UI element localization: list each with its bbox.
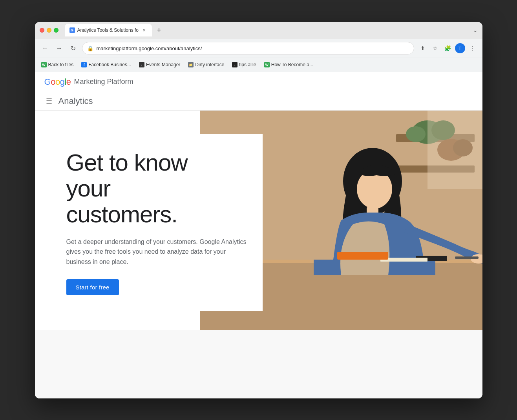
forward-icon: → — [56, 45, 62, 52]
bookmarks-bar: W Back to files f Facebook Busines... ▪ … — [35, 58, 482, 72]
svg-rect-16 — [455, 256, 479, 259]
title-bar: G Analytics Tools & Solutions fo × + ⌄ — [35, 22, 482, 39]
bookmark-favicon-events: ▪ — [139, 62, 144, 67]
reload-icon: ↻ — [71, 45, 76, 52]
bookmark-label-tips: tips allie — [239, 62, 256, 67]
more-icon: ⋮ — [470, 45, 475, 51]
bookmark-label-back-to-files: Back to files — [48, 62, 74, 67]
close-button[interactable] — [40, 28, 44, 33]
forward-button[interactable]: → — [54, 43, 65, 54]
logo-e: e — [66, 77, 71, 87]
share-icon: ⬆ — [420, 45, 425, 51]
tab-close-button[interactable]: × — [141, 27, 147, 33]
svg-rect-18 — [337, 252, 388, 260]
logo-g: G — [44, 77, 51, 87]
new-tab-button[interactable]: + — [153, 25, 164, 36]
bookmark-favicon-dirty: 📁 — [188, 62, 194, 67]
star-icon: ☆ — [433, 45, 438, 51]
hero-headline-line1: Get to know — [66, 149, 188, 176]
extensions-button[interactable]: 🧩 — [442, 43, 453, 54]
bookmark-favicon-facebook: f — [81, 62, 87, 67]
bookmark-favicon-back-to-files: W — [41, 62, 47, 67]
minimize-button[interactable] — [47, 28, 51, 33]
maximize-button[interactable] — [54, 28, 58, 33]
expand-button[interactable]: ⌄ — [473, 27, 478, 33]
analytics-nav: ☰ Analytics — [35, 92, 482, 111]
bookmark-button[interactable]: ☆ — [430, 43, 441, 54]
lock-icon: 🔒 — [87, 45, 93, 51]
tab-favicon: G — [69, 27, 75, 33]
bookmark-favicon-tips: ▪ — [232, 62, 237, 67]
hero-headline-line3: customers. — [66, 201, 177, 227]
hero-headline: Get to know your customers. — [66, 150, 247, 227]
browser-window: G Analytics Tools & Solutions fo × + ⌄ ←… — [35, 22, 482, 398]
svg-rect-10 — [427, 111, 482, 189]
address-bar: ← → ↻ 🔒 marketingplatform.google.com/abo… — [35, 39, 482, 58]
page-content: Google Marketing Platform ☰ Analytics — [35, 72, 482, 398]
user-avatar[interactable]: T — [455, 43, 465, 53]
svg-point-7 — [406, 126, 426, 142]
hero-description: Get a deeper understanding of your custo… — [66, 237, 247, 267]
bookmark-label-facebook: Facebook Busines... — [88, 62, 131, 67]
bookmark-dirty-interface[interactable]: 📁 Dirty interface — [185, 60, 227, 69]
bookmark-tips-allie[interactable]: ▪ tips allie — [229, 60, 259, 69]
hamburger-menu-button[interactable]: ☰ — [44, 95, 54, 107]
bookmark-back-to-files[interactable]: W Back to files — [38, 60, 77, 69]
logo-o1: o — [51, 77, 55, 87]
active-tab[interactable]: G Analytics Tools & Solutions fo × — [65, 24, 152, 36]
traffic-lights — [40, 28, 58, 33]
bookmark-events-manager[interactable]: ▪ Events Manager — [136, 60, 183, 69]
page-bottom — [35, 330, 482, 398]
share-button[interactable]: ⬆ — [417, 43, 428, 54]
bookmark-how-to-become[interactable]: W How To Become a... — [261, 60, 316, 69]
url-bar[interactable]: 🔒 marketingplatform.google.com/about/ana… — [82, 42, 414, 55]
extensions-icon: 🧩 — [444, 45, 451, 51]
more-button[interactable]: ⋮ — [467, 43, 478, 54]
gmp-header: Google Marketing Platform — [35, 72, 482, 92]
logo-o2: o — [55, 77, 60, 87]
bookmark-label-events: Events Manager — [146, 62, 180, 67]
bookmark-label-dirty: Dirty interface — [195, 62, 224, 67]
back-icon: ← — [42, 45, 48, 52]
bookmark-favicon-how-to-become: W — [264, 62, 270, 67]
start-for-free-button[interactable]: Start for free — [66, 279, 119, 295]
tab-bar: G Analytics Tools & Solutions fo × + ⌄ — [65, 24, 478, 36]
hero-content: Get to know your customers. Get a deeper… — [66, 134, 263, 311]
back-button[interactable]: ← — [40, 43, 51, 54]
hero-section: Get to know your customers. Get a deeper… — [35, 111, 482, 330]
bookmark-label-how-to-become: How To Become a... — [271, 62, 313, 67]
google-logo: Google — [44, 77, 71, 87]
toolbar-icons: ⬆ ☆ 🧩 T ⋮ — [417, 43, 478, 54]
bookmark-facebook-business[interactable]: f Facebook Busines... — [78, 60, 134, 69]
tab-title: Analytics Tools & Solutions fo — [77, 27, 139, 33]
logo-g2: g — [60, 77, 65, 87]
url-text: marketingplatform.google.com/about/analy… — [97, 45, 409, 51]
hero-headline-line2: your — [66, 175, 111, 202]
gmp-platform-name: Marketing Platform — [74, 78, 133, 86]
analytics-nav-title: Analytics — [58, 96, 93, 106]
reload-button[interactable]: ↻ — [68, 43, 79, 54]
